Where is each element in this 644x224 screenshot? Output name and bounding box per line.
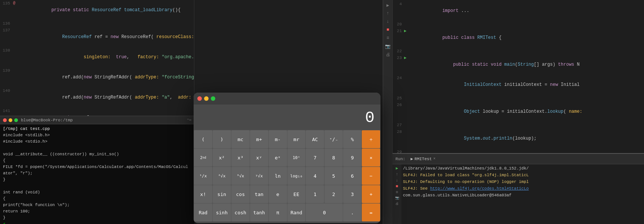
calc-btn-1[interactable]: 1 xyxy=(306,185,324,203)
calc-btn-0[interactable]: 0 xyxy=(306,203,343,221)
run-tab[interactable]: ▶ RMITest × xyxy=(407,156,438,162)
calc-btn-decimal[interactable]: . xyxy=(343,203,361,221)
calc-btn-x3[interactable]: x³ xyxy=(231,149,250,167)
calc-btn-ee[interactable]: EE xyxy=(287,185,306,203)
toolbar-icon-up[interactable]: ↑ xyxy=(384,10,392,17)
run-message-3: SLF4J: Defaulting to no-operation (NOP) … xyxy=(403,178,643,185)
calc-btn-2nd[interactable]: 2nd xyxy=(194,149,212,167)
run-label: Run: xyxy=(395,157,405,161)
calc-btn-log10[interactable]: log₁₀ xyxy=(287,167,306,185)
calc-btn-tan[interactable]: tan xyxy=(250,185,268,203)
calc-btn-8[interactable]: 8 xyxy=(324,149,343,167)
calc-btn-e[interactable]: e xyxy=(269,185,287,203)
run-side-icon-6[interactable]: 📷 xyxy=(395,196,399,200)
calc-btn-5[interactable]: 5 xyxy=(324,167,343,185)
calc-btn-xy[interactable]: xʸ xyxy=(250,149,268,167)
run-icon: ▶ xyxy=(410,156,413,161)
calc-btn-mr[interactable]: mr xyxy=(287,130,306,148)
terminal-title: blue@MacBook-Pro:/tmp xyxy=(21,118,73,122)
terminal-line-16: ⚡ xyxy=(3,221,191,224)
run-side-icon-5[interactable]: ≡ xyxy=(396,190,398,195)
calc-btn-sqrt2[interactable]: ²√x xyxy=(213,167,231,185)
toolbar-icon-list[interactable]: ≡ xyxy=(384,34,392,42)
calc-btn-10x[interactable]: 10ˣ xyxy=(287,149,306,167)
calc-btn-plusminus[interactable]: ⁺∕₋ xyxy=(324,130,343,148)
calc-btn-ln[interactable]: ln xyxy=(269,167,287,185)
code-line-137: 137 ResourceRef ref = new ResourceRef( r… xyxy=(0,27,194,47)
toolbar-icon-down[interactable]: ↓ xyxy=(384,18,392,25)
right-line-24: 24 InitialContext initialContext = new I… xyxy=(393,75,644,95)
calc-btn-sinh[interactable]: sinh xyxy=(213,203,231,221)
calc-btn-open-paren[interactable]: ( xyxy=(194,130,212,148)
run-side-icon-3[interactable]: ↓ xyxy=(396,178,398,183)
terminal-line-10 xyxy=(3,183,191,189)
calculator: 0 ( ) mc m+ m- mr AC ⁺∕₋ % ÷ 2nd x² x³ x… xyxy=(194,93,380,223)
calc-btn-ac[interactable]: AC xyxy=(306,130,324,148)
run-message-4: SLF4J: See http://www.slf4j.org/codes.ht… xyxy=(403,185,643,192)
calc-btn-cosh[interactable]: cosh xyxy=(231,203,250,221)
toolbar-icon-stop[interactable]: ■ xyxy=(384,26,392,34)
terminal-close-button[interactable] xyxy=(3,118,7,122)
calc-btn-4[interactable]: 4 xyxy=(306,167,324,185)
calc-btn-close-paren[interactable]: ) xyxy=(213,130,231,148)
calc-btn-percent[interactable]: % xyxy=(343,130,361,148)
toolbar-icon-print[interactable]: 🖨 xyxy=(384,51,392,58)
toolbar-icon-camera[interactable]: 📷 xyxy=(384,43,392,50)
run-tab-close-button[interactable]: × xyxy=(433,157,435,161)
right-line-27: 27 xyxy=(393,122,644,128)
calc-btn-tanh[interactable]: tanh xyxy=(250,203,268,221)
calc-btn-pi[interactable]: π xyxy=(269,203,287,221)
terminal-line-15: } xyxy=(3,215,191,221)
calc-btn-3[interactable]: 3 xyxy=(343,185,361,203)
calc-btn-sqrt3[interactable]: ³√x xyxy=(231,167,250,185)
run-content: ▶ ↑ ↓ ■ ≡ 📷 🖨 /Library/Java/JavaVirtualM… xyxy=(392,164,644,224)
calc-maximize-button[interactable] xyxy=(211,96,215,101)
run-side-icon-4[interactable]: ■ xyxy=(396,184,398,189)
calc-btn-minus[interactable]: − xyxy=(362,167,380,185)
calc-minimize-button[interactable] xyxy=(204,96,209,101)
calc-btn-multiply[interactable]: × xyxy=(362,149,380,167)
calc-btn-x2[interactable]: x² xyxy=(213,149,231,167)
calculator-window-controls xyxy=(197,96,215,101)
toolbar-icon-run[interactable]: ▶ xyxy=(384,1,392,9)
run-link[interactable]: http://www.slf4j.org/codes.html#StaticLo xyxy=(430,186,529,191)
calc-btn-mminus[interactable]: m- xyxy=(269,130,287,148)
calc-btn-factorial[interactable]: x! xyxy=(194,185,212,203)
calc-btn-9[interactable]: 9 xyxy=(343,149,361,167)
right-line-22: 22 xyxy=(393,48,644,55)
run-sidebar: ▶ ↑ ↓ ■ ≡ 📷 🖨 xyxy=(392,164,401,224)
terminal-line-6: { xyxy=(3,158,191,164)
calc-btn-divide[interactable]: ÷ xyxy=(362,130,380,148)
calc-btn-plus[interactable]: + xyxy=(362,185,380,203)
calc-btn-rand[interactable]: Rand xyxy=(287,203,306,221)
calc-btn-sqrty[interactable]: ʸ√x xyxy=(250,167,268,185)
run-message-1: /Library/Java/JavaVirtualMachines/jdk1.8… xyxy=(403,165,643,172)
calc-close-button[interactable] xyxy=(197,96,202,101)
run-side-icon-2[interactable]: ↑ xyxy=(396,172,398,177)
right-code-lines: 4 import ... 20 21 ▶ public class RMITes… xyxy=(393,0,644,157)
terminal-maximize-button[interactable] xyxy=(14,118,18,122)
calc-btn-mplus[interactable]: m+ xyxy=(250,130,268,148)
calculator-buttons: ( ) mc m+ m- mr AC ⁺∕₋ % ÷ 2nd x² x³ xʸ … xyxy=(194,130,380,222)
calc-btn-6[interactable]: 6 xyxy=(343,167,361,185)
calc-btn-7[interactable]: 7 xyxy=(306,149,324,167)
code-line-140: 140 ref.add(new StringRefAddr( addrType:… xyxy=(0,87,194,108)
calc-btn-ex[interactable]: eˣ xyxy=(269,149,287,167)
calculator-titlebar xyxy=(194,93,380,105)
terminal-line-1: [/tmp] cat test.cpp xyxy=(3,126,191,132)
calc-btn-equals[interactable]: = xyxy=(362,203,380,221)
terminal-minimize-button[interactable] xyxy=(9,118,12,122)
run-side-icon-7[interactable]: 🖨 xyxy=(395,202,399,206)
run-side-icon-1[interactable]: ▶ xyxy=(396,166,398,171)
calc-btn-cos[interactable]: cos xyxy=(231,185,250,203)
terminal-line-3: #include <stdio.h> xyxy=(3,139,191,145)
terminal-titlebar: blue@MacBook-Pro:/tmp ⌃⌨ xyxy=(0,116,194,124)
calc-btn-rad[interactable]: Rad xyxy=(194,203,212,221)
calc-btn-mc[interactable]: mc xyxy=(231,130,250,148)
calc-btn-1x[interactable]: ¹∕x xyxy=(194,167,212,185)
calc-btn-sin[interactable]: sin xyxy=(213,185,231,203)
calc-btn-2[interactable]: 2 xyxy=(324,185,343,203)
code-line-135: 135 @ private static ResourceRef tomcat_… xyxy=(0,0,194,20)
terminal-content: [/tmp] cat test.cpp #include <stdlib.h> … xyxy=(0,124,194,224)
terminal-line-9: } xyxy=(3,177,191,183)
